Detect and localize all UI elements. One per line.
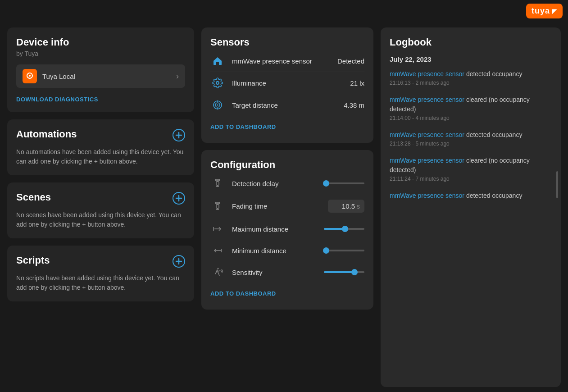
scripts-title: Scripts [16,255,50,266]
log-text-2: mmWave presence sensor detected occupanc… [390,130,552,140]
scenes-title: Scenes [16,191,51,203]
sensor-value-illuminance: 21 lx [350,79,364,87]
walk-icon [210,267,225,278]
sensor-name-illuminance: Illuminance [232,79,343,87]
sensitivity-thumb [351,269,358,275]
config-name-min-distance: Minimum distance [232,247,317,255]
scripts-description: No scripts have been added using this de… [16,273,185,292]
log-text-1: mmWave presence sensor cleared (no occup… [390,95,552,114]
sensors-card: Sensors mmWave presence sensor Detected [201,27,373,143]
wifi-icon: ◤ [552,8,557,15]
log-sensor-link-2[interactable]: mmWave presence sensor [390,131,464,138]
svg-rect-23 [215,202,220,204]
configuration-card: Configuration Detection delay [201,150,373,310]
automations-description: No automations have been added using thi… [16,147,185,166]
scroll-indicator [556,171,558,198]
sensor-value-presence: Detected [337,57,364,65]
automations-header: Automations [16,128,185,142]
middle-column: Sensors mmWave presence sensor Detected [201,27,373,387]
log-entry-1: mmWave presence sensor cleared (no occup… [390,95,552,121]
scenes-description: No scenes have been added using this dev… [16,210,185,229]
log-action-0: detected occupancy [466,70,523,77]
log-action-2: detected occupancy [466,131,523,138]
logbook-title: Logbook [390,36,552,48]
config-row-fading-time: Fading time s [210,194,364,218]
config-row-min-distance: Minimum distance [210,240,364,261]
integration-row[interactable]: Tuya Local › [16,64,185,88]
svg-point-32 [218,268,219,269]
sensor-name-distance: Target distance [232,101,336,109]
log-sensor-link-4[interactable]: mmWave presence sensor [390,192,464,199]
svg-point-13 [217,105,218,106]
max-distance-track [324,228,364,230]
svg-point-10 [216,82,219,84]
config-name-fading-time: Fading time [232,202,321,210]
svg-point-0 [29,75,31,77]
scripts-header: Scripts [16,255,185,268]
home-icon [210,55,225,66]
log-text-4: mmWave presence sensor detected occupanc… [390,191,552,201]
sensors-add-to-dashboard-button[interactable]: ADD TO DASHBOARD [210,120,276,134]
add-automation-button[interactable] [173,129,185,141]
automations-card: Automations No automations have been add… [7,119,194,175]
fading-time-input-wrap[interactable]: s [328,200,364,213]
config-row-sensitivity: Sensitivity [210,261,364,283]
svg-rect-18 [215,179,220,181]
svg-rect-19 [216,182,219,185]
arrow-in-icon [210,245,225,256]
config-name-detection-delay: Detection delay [232,180,317,187]
automations-title: Automations [16,128,77,140]
max-distance-thumb [342,226,348,232]
sensor-row-distance: Target distance 4.38 m [210,94,364,116]
sensitivity-track [324,271,364,273]
config-row-max-distance: Maximum distance [210,218,364,240]
download-diagnostics-link[interactable]: DOWNLOAD DIAGNOSTICS [16,96,98,103]
log-entry-2: mmWave presence sensor detected occupanc… [390,130,552,147]
tuya-logo-text: tuya [532,6,550,16]
scenes-header: Scenes [16,191,185,205]
log-sensor-link-0[interactable]: mmWave presence sensor [390,70,464,77]
sensor-row-presence: mmWave presence sensor Detected [210,50,364,72]
log-time-3: 21:11:24 - 7 minutes ago [390,176,552,182]
timer-icon [210,178,225,189]
fading-time-input[interactable] [332,202,355,210]
log-time-1: 21:14:00 - 4 minutes ago [390,115,552,121]
sensitivity-fill [324,271,354,273]
log-sensor-link-3[interactable]: mmWave presence sensor [390,157,464,164]
topbar: tuya ◤ [0,0,568,22]
svg-rect-24 [216,205,219,208]
configuration-title: Configuration [210,159,364,171]
log-text-0: mmWave presence sensor detected occupanc… [390,69,552,79]
detection-delay-slider[interactable] [324,182,364,184]
logbook-date: July 22, 2023 [390,55,552,63]
chevron-right-icon: › [176,72,179,81]
scenes-card: Scenes No scenes have been added using t… [7,182,194,238]
sensor-value-distance: 4.38 m [344,101,364,109]
sensor-name-presence: mmWave presence sensor [232,57,330,65]
log-time-2: 21:13:28 - 5 minutes ago [390,141,552,147]
detection-delay-thumb [323,180,329,187]
config-name-sensitivity: Sensitivity [232,269,317,276]
max-distance-slider[interactable] [324,228,364,230]
tuya-icon-small [23,69,37,83]
device-info-card: Device info by Tuya Tuya Local › DOWNLOA… [7,27,194,112]
log-time-0: 21:16:13 - 2 minutes ago [390,80,552,86]
min-distance-track [324,250,364,251]
integration-left: Tuya Local [23,69,75,83]
log-action-4: detected occupancy [466,192,523,199]
log-sensor-link-1[interactable]: mmWave presence sensor [390,96,464,103]
configuration-add-to-dashboard-button[interactable]: ADD TO DASHBOARD [210,287,276,301]
sensitivity-slider[interactable] [324,271,364,273]
target-icon [210,100,225,110]
left-column: Device info by Tuya Tuya Local › DOWNLOA… [7,27,194,387]
sensor-row-illuminance: Illuminance 21 lx [210,72,364,94]
log-entry-3: mmWave presence sensor cleared (no occup… [390,156,552,182]
integration-name: Tuya Local [42,73,75,80]
add-scene-button[interactable] [173,192,185,205]
main-layout: Device info by Tuya Tuya Local › DOWNLOA… [0,22,568,392]
device-info-subtitle: by Tuya [16,50,185,57]
min-distance-slider[interactable] [324,250,364,251]
fading-time-unit: s [357,203,360,210]
add-script-button[interactable] [173,255,185,268]
config-name-max-distance: Maximum distance [232,225,317,233]
